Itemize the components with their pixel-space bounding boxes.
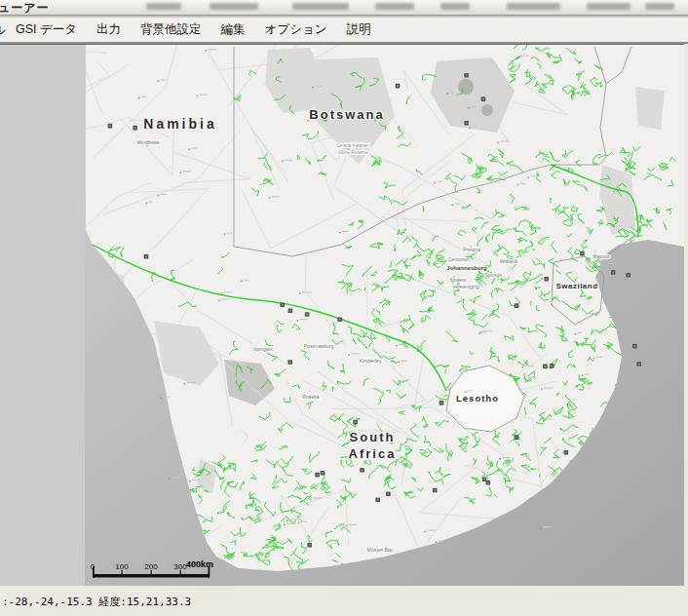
town-label-mark xyxy=(520,183,525,184)
city-label: Witbank xyxy=(500,258,518,264)
town-label-mark xyxy=(399,344,405,345)
town-label-mark xyxy=(471,106,477,107)
town-label-mark xyxy=(401,361,406,362)
window-titlebar[interactable]: ューアー xyxy=(0,0,688,16)
road-shield-icon xyxy=(634,345,636,347)
town-label-mark xyxy=(349,524,358,525)
status-bar: :-28,-24,-15.3 経度:15,21,33.3 xyxy=(0,586,688,616)
town-label-mark xyxy=(578,332,583,333)
salt-pan xyxy=(458,79,474,95)
town-label-mark xyxy=(468,390,474,391)
menu-item-options[interactable]: オプション xyxy=(255,20,337,39)
road-shield-icon xyxy=(466,122,468,124)
town-label-mark xyxy=(351,353,360,354)
town-dot xyxy=(183,383,185,385)
road-shield-icon xyxy=(306,314,308,316)
window-title: ューアー xyxy=(0,0,50,16)
road-shield-icon xyxy=(377,499,379,501)
town-label-mark xyxy=(313,498,323,499)
town-label-mark xyxy=(172,477,180,478)
road-shield-icon xyxy=(545,366,547,367)
park-label: Central Kalahari xyxy=(337,143,369,148)
city-label: Soweto xyxy=(449,277,466,283)
town-label-mark xyxy=(544,387,554,388)
road-shield-icon xyxy=(612,272,614,274)
town-dot xyxy=(447,93,449,95)
road-shield-icon xyxy=(546,278,548,280)
map-scale-bar: 0 100 200 300 400km xyxy=(91,555,237,584)
town-label-mark xyxy=(224,291,232,292)
town-label-mark xyxy=(520,56,528,57)
town-dot xyxy=(398,362,400,364)
town-dot xyxy=(339,232,341,234)
town-label-mark xyxy=(300,319,308,320)
town-label-mark xyxy=(543,526,552,527)
town-dot xyxy=(287,520,288,521)
city-label: Postmasburg xyxy=(304,343,334,349)
titlebar-artifact xyxy=(210,3,258,10)
city-label: Springs xyxy=(484,272,502,278)
town-dot xyxy=(469,127,471,129)
road-shield-icon xyxy=(289,310,291,312)
menu-item-gsi-data[interactable]: GSI データ xyxy=(6,20,87,39)
city-label: Vereeniging xyxy=(452,284,479,289)
town-label-mark xyxy=(302,291,312,292)
country-label: South xyxy=(350,430,396,444)
map-canvas[interactable]: Central KalahariGame ReserveWindhoekMapu… xyxy=(0,45,684,587)
menu-item-edit[interactable]: 編集 xyxy=(211,20,255,39)
road-shield-icon xyxy=(516,305,517,307)
town-dot xyxy=(169,478,171,480)
town-label-mark xyxy=(481,331,485,332)
town-label-mark xyxy=(528,377,536,378)
town-label-mark xyxy=(161,79,166,80)
titlebar-artifact xyxy=(292,3,349,10)
town-dot xyxy=(499,458,501,460)
town-dot xyxy=(593,358,595,360)
road-shield-icon xyxy=(565,451,567,453)
town-dot xyxy=(396,345,398,347)
town-dot xyxy=(543,420,545,422)
town-label-mark xyxy=(525,366,534,366)
town-label-mark xyxy=(227,233,234,234)
town-dot xyxy=(517,184,519,186)
town-dot xyxy=(312,87,314,89)
coordinates-readout: :-28,-24,-15.3 経度:15,21,33.3 xyxy=(2,595,191,609)
town-label-mark xyxy=(450,92,454,93)
town-label-mark xyxy=(186,382,196,383)
titlebar-artifact xyxy=(587,3,631,10)
town-dot xyxy=(528,176,530,178)
menu-item-background-settings[interactable]: 背景他設定 xyxy=(131,20,211,39)
menu-bar: ファイル GSI データ 出力 背景他設定 編集 オプション 説明 xyxy=(0,18,688,44)
town-dot xyxy=(282,161,284,163)
map-view[interactable]: Central KalahariGame ReserveWindhoekMapu… xyxy=(0,44,684,587)
town-label-mark xyxy=(289,519,294,520)
town-dot xyxy=(146,203,148,205)
country-label: Namibia xyxy=(143,116,216,132)
menu-item-output[interactable]: 出力 xyxy=(87,20,131,39)
town-dot xyxy=(298,522,300,524)
town-dot xyxy=(424,531,426,533)
town-dot xyxy=(310,499,312,501)
town-dot xyxy=(221,292,223,294)
town-label-mark xyxy=(455,204,460,205)
city-label: Windhoek xyxy=(136,139,159,145)
menu-item-help[interactable]: 説明 xyxy=(337,20,381,39)
scale-tick-label: 100 xyxy=(115,562,128,571)
town-dot xyxy=(517,57,519,58)
road-shield-icon xyxy=(466,74,468,76)
town-label-mark xyxy=(161,194,168,195)
town-dot xyxy=(434,182,436,184)
park-area xyxy=(635,87,665,130)
titlebar-artifact xyxy=(645,3,674,10)
road-shield-icon xyxy=(483,479,485,481)
town-label-mark xyxy=(500,141,509,142)
road-shield-icon xyxy=(109,125,111,127)
town-label-mark xyxy=(244,280,249,281)
town-dot xyxy=(189,481,191,482)
town-dot xyxy=(480,331,482,333)
town-dot xyxy=(582,374,584,376)
road-shield-icon xyxy=(551,366,553,367)
town-label-mark xyxy=(301,521,308,522)
town-dot xyxy=(452,205,454,207)
city-label: Centurion xyxy=(448,256,471,262)
